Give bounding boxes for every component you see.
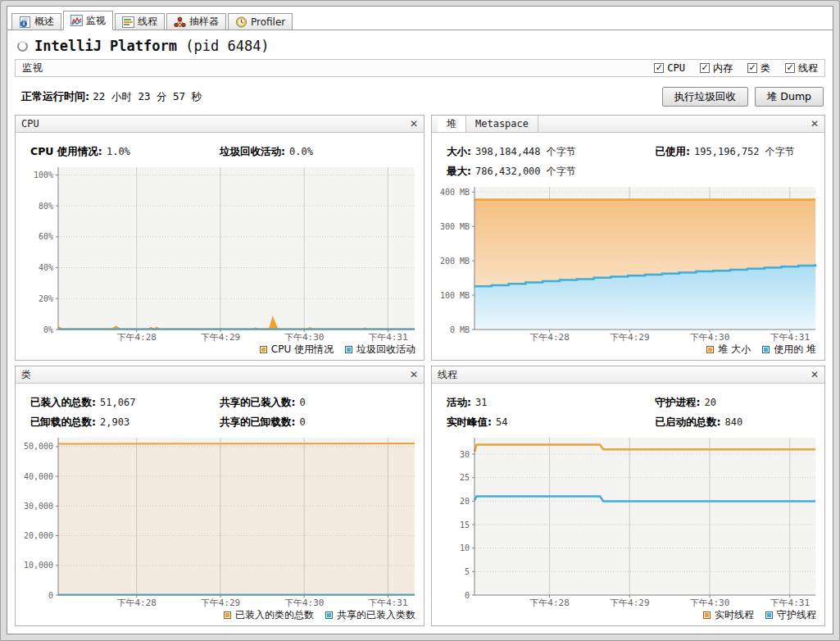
threads-legend: 实时线程 守护线程 [432,608,824,625]
monitor-tab-content: IntelliJ Platform (pid 6484) 监视 ✓CPU ✓内存… [7,30,833,634]
classes-panel: 类 ✕ 已装入的总数: 51,067 共享的已装入数: 0 已卸载的总数: 2,… [15,366,425,626]
svg-text:0 MB: 0 MB [450,325,470,334]
threads-chart: 051015202530下午4:28下午4:29下午4:30下午4:31 [435,433,820,608]
memory-checkbox[interactable]: ✓内存 [700,61,733,75]
svg-text:40,000: 40,000 [24,472,53,481]
action-buttons: 执行垃圾回收 堆 Dump [662,87,824,107]
tab-threads[interactable]: 线程 [115,13,165,30]
cpu-panel-header: CPU ✕ [16,116,424,133]
classes-stats: 已装入的总数: 51,067 共享的已装入数: 0 已卸载的总数: 2,903 … [16,384,424,431]
legend-swatch [765,611,773,619]
stat-heap-size: 大小: 398,184,448 个字节 [447,143,655,159]
legend-swatch [260,346,267,353]
tab-threads-label: 线程 [138,15,157,29]
heap-chart: 0 MB100 MB200 MB300 MB400 MB下午4:28下午4:29… [435,182,820,343]
metaspace-tab[interactable]: Metaspace [466,116,538,132]
svg-text:下午4:31: 下午4:31 [770,332,810,343]
legend-swatch [325,611,333,619]
tab-profiler[interactable]: Profiler [228,13,293,30]
svg-text:下午4:28: 下午4:28 [529,598,570,608]
svg-text:40%: 40% [39,263,53,272]
stat-heap-max: 最大: 786,432,000 个字节 [447,162,655,179]
threads-panel-title: 线程 [438,368,805,382]
stat-threads-started: 已启动的总数: 840 [655,413,810,430]
svg-text:下午4:30: 下午4:30 [690,332,730,343]
threads-panel-header: 线程 ✕ [432,366,824,384]
svg-text:10: 10 [460,543,470,552]
close-icon[interactable]: ✕ [805,369,824,380]
svg-text:下午4:30: 下午4:30 [284,598,325,608]
panels-grid: CPU ✕ CPU 使用情况: 1.0% 垃圾回收活动: 0.0% 0%20%4… [15,115,825,626]
monitor-section-bar: 监视 ✓CPU ✓内存 ✓类 ✓线程 [15,59,825,77]
cpu-checkbox[interactable]: ✓CPU [654,62,685,74]
stat-threads-live: 活动: 31 [447,393,655,410]
svg-text:下午4:29: 下午4:29 [610,598,650,608]
svg-text:400 MB: 400 MB [440,188,470,197]
overview-icon: i [19,16,31,28]
threads-checkbox[interactable]: ✓线程 [785,61,818,75]
classes-checkbox[interactable]: ✓类 [747,61,770,75]
svg-text:20: 20 [460,497,470,506]
cpu-stats: CPU 使用情况: 1.0% 垃圾回收活动: 0.0% [16,133,424,161]
threads-stats: 活动: 31 守护进程: 20 实时峰值: 54 已启动的总数: 840 [432,384,824,431]
svg-text:80%: 80% [39,202,53,211]
memory-checkbox-label: 内存 [713,61,733,75]
svg-text:100 MB: 100 MB [440,291,470,300]
window-inner: i 概述 监视 线程 抽样器 Profiler IntelliJ Platfor… [7,6,833,634]
app-title-row: IntelliJ Platform (pid 6484) [7,30,833,57]
legend-item: 已装入的类的总数 [224,608,314,622]
tab-sampler-label: 抽样器 [189,15,219,29]
stat-shared-loaded: 共享的已装入数: 0 [220,393,409,410]
legend-item: 共享的已装入类数 [325,608,415,622]
legend-item: 守护线程 [765,608,816,622]
page-title: IntelliJ Platform (pid 6484) [34,38,270,54]
legend-item: 堆 大小 [706,343,751,357]
metric-checkbox-group: ✓CPU ✓内存 ✓类 ✓线程 [654,61,818,75]
legend-item: 使用的 堆 [762,343,816,357]
heap-panel: 堆 Metaspace ✕ 大小: 398,184,448 个字节 已使用: 1… [431,115,825,361]
threads-icon [122,16,134,28]
legend-swatch [706,346,714,353]
svg-text:100%: 100% [34,170,53,180]
close-icon[interactable]: ✕ [404,369,424,380]
legend-item: 垃圾回收活动 [345,343,415,357]
cpu-checkbox-label: CPU [667,62,685,74]
svg-text:下午4:28: 下午4:28 [116,332,157,343]
svg-text:30: 30 [460,450,470,459]
main-tabstrip: i 概述 监视 线程 抽样器 Profiler [7,7,833,30]
heap-legend: 堆 大小 使用的 堆 [432,343,824,360]
legend-item: CPU 使用情况 [260,343,334,357]
uptime-label: 正常运行时间: [21,90,89,102]
svg-text:200 MB: 200 MB [440,257,470,266]
threads-panel: 线程 ✕ 活动: 31 守护进程: 20 实时峰值: 54 已启动的总数: 84… [431,366,825,626]
app-name: IntelliJ Platform [34,38,177,54]
svg-text:15: 15 [460,521,470,530]
spinner-icon [17,41,28,52]
monitor-icon [70,15,83,26]
tab-monitor[interactable]: 监视 [63,11,113,30]
gc-button[interactable]: 执行垃圾回收 [662,87,748,107]
uptime-value: 22 小时 23 分 57 秒 [93,90,202,102]
svg-text:下午4:29: 下午4:29 [201,332,241,343]
close-icon[interactable]: ✕ [805,118,824,130]
heap-panel-header: 堆 Metaspace ✕ [432,116,824,133]
svg-text:25: 25 [460,473,470,482]
svg-text:下午4:28: 下午4:28 [529,332,570,343]
svg-text:下午4:31: 下午4:31 [368,598,408,608]
classes-checkbox-label: 类 [761,61,770,75]
heap-tab[interactable]: 堆 [438,116,466,132]
heap-dump-button[interactable]: 堆 Dump [755,87,824,107]
profiler-clock-icon [235,16,247,28]
svg-text:0%: 0% [43,325,53,334]
stat-classes-unloaded: 已卸载的总数: 2,903 [30,413,220,430]
stat-gc-activity: 垃圾回收活动: 0.0% [220,143,409,159]
tab-profiler-label: Profiler [251,16,285,28]
tab-overview[interactable]: i 概述 [11,13,61,30]
classes-panel-title: 类 [21,368,404,382]
tab-sampler[interactable]: 抽样器 [166,13,226,30]
section-title: 监视 [22,61,43,75]
cpu-chart: 0%20%40%60%80%100%下午4:28下午4:29下午4:30下午4:… [19,162,419,343]
legend-item: 实时线程 [703,608,754,622]
classes-legend: 已装入的类的总数 共享的已装入类数 [16,608,424,625]
close-icon[interactable]: ✕ [404,118,424,130]
